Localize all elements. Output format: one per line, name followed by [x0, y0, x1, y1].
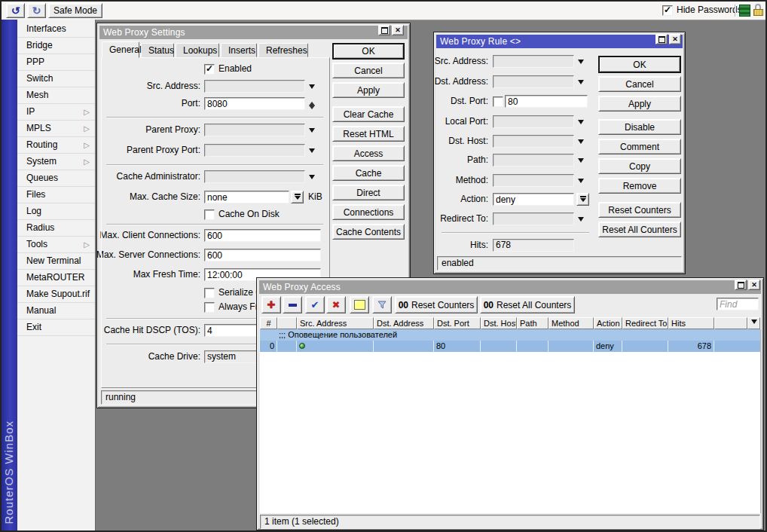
- rule-reset-counters-button[interactable]: Reset Counters: [598, 202, 681, 218]
- sidebar-item-exit[interactable]: Exit: [17, 320, 95, 336]
- access-close-button[interactable]: [748, 280, 760, 290]
- rule-dst-address-field[interactable]: [493, 75, 574, 88]
- add-rule-button[interactable]: [261, 296, 281, 313]
- column-header-flags[interactable]: [277, 317, 297, 329]
- hide-passwords-checkbox[interactable]: [662, 5, 673, 16]
- rule-src-address-label: Src. Address:: [435, 55, 488, 68]
- sidebar-item-interfaces[interactable]: Interfaces: [17, 21, 95, 38]
- sidebar-item-routing[interactable]: Routing▷: [17, 137, 95, 154]
- reset-all-counters-button[interactable]: 00 Reset All Counters: [480, 296, 575, 313]
- rule-path-field[interactable]: [493, 154, 574, 167]
- sidebar-item-make-supout[interactable]: Make Supout.rif: [17, 286, 95, 303]
- apply-button[interactable]: Apply: [332, 82, 405, 98]
- rule-redirect-to-field[interactable]: [493, 212, 574, 225]
- tab-refreshes[interactable]: Refreshes: [258, 43, 308, 57]
- rule-close-button[interactable]: [669, 34, 681, 44]
- comment-button[interactable]: [350, 296, 369, 313]
- rule-remove-button[interactable]: Remove: [598, 178, 681, 194]
- rule-comment-button[interactable]: Comment: [598, 139, 681, 154]
- rule-apply-button[interactable]: Apply: [598, 96, 681, 112]
- column-options-button[interactable]: [747, 317, 760, 329]
- column-header-src-address[interactable]: Src. Address: [297, 317, 374, 329]
- rule-titlebar[interactable]: Web Proxy Rule <>: [436, 35, 683, 48]
- settings-close-button[interactable]: [392, 25, 404, 35]
- rule-reset-all-counters-button[interactable]: Reset All Counters: [598, 222, 681, 237]
- column-header-dst-port[interactable]: Dst. Port: [434, 317, 481, 329]
- rule-method-field[interactable]: [493, 174, 574, 187]
- column-header-dst-host[interactable]: Dst. Host: [481, 317, 517, 329]
- column-header-redirect-to[interactable]: Redirect To: [622, 317, 668, 329]
- settings-maximize-button[interactable]: [378, 25, 390, 35]
- reset-counters-button[interactable]: 00 Reset Counters: [395, 296, 478, 313]
- rule-src-address-field[interactable]: [493, 55, 574, 68]
- sidebar-item-mesh[interactable]: Mesh: [17, 87, 95, 104]
- rule-cancel-button[interactable]: Cancel: [598, 76, 681, 92]
- sidebar-item-tools[interactable]: Tools▷: [17, 237, 95, 253]
- ok-button[interactable]: OK: [332, 43, 405, 60]
- sidebar-item-queues[interactable]: Queues: [17, 170, 95, 187]
- rule-dst-address-dropdown-icon[interactable]: [578, 80, 584, 87]
- rule-redirect-to-dropdown-icon[interactable]: [578, 217, 584, 225]
- rule-action-dropdown-button[interactable]: [576, 193, 589, 206]
- column-header-method[interactable]: Method: [549, 317, 594, 329]
- tab-status[interactable]: Status: [141, 43, 174, 57]
- sidebar-item-bridge[interactable]: Bridge: [17, 38, 95, 54]
- rule-maximize-button[interactable]: [655, 34, 668, 44]
- rule-disable-button[interactable]: Disable: [598, 119, 681, 135]
- cache-button[interactable]: Cache: [332, 165, 405, 181]
- rule-method-dropdown-icon[interactable]: [578, 179, 584, 186]
- column-header-num[interactable]: #: [260, 317, 277, 329]
- comment-row[interactable]: ;;; Оповещение пользователей: [260, 329, 760, 341]
- cancel-button[interactable]: Cancel: [332, 63, 405, 78]
- column-header-dst-address[interactable]: Dst. Address: [374, 317, 434, 329]
- clear-cache-button[interactable]: Clear Cache: [332, 106, 405, 122]
- settings-titlebar[interactable]: Web Proxy Settings: [99, 26, 408, 39]
- reset-html-button[interactable]: Reset HTML: [332, 126, 405, 142]
- remove-rule-button[interactable]: [283, 296, 302, 313]
- sidebar-item-log[interactable]: Log: [17, 203, 95, 220]
- rule-local-port-label: Local Port:: [445, 115, 488, 128]
- undo-button[interactable]: [6, 3, 25, 18]
- rule-dst-port-checkbox[interactable]: [493, 96, 503, 107]
- rule-src-address-dropdown-icon[interactable]: [578, 60, 584, 67]
- rule-path-dropdown-icon[interactable]: [578, 158, 584, 166]
- rule-local-port-field[interactable]: [493, 115, 574, 128]
- access-maximize-button[interactable]: [735, 280, 747, 290]
- sidebar-item-mpls[interactable]: MPLS▷: [17, 121, 95, 137]
- connections-button[interactable]: Connections: [332, 204, 405, 220]
- sidebar-item-switch[interactable]: Switch: [17, 71, 95, 87]
- sidebar-item-manual[interactable]: Manual: [17, 303, 95, 320]
- sidebar-item-files[interactable]: Files: [17, 187, 95, 203]
- column-header-action[interactable]: Action: [594, 317, 622, 329]
- tab-general[interactable]: General: [102, 41, 139, 58]
- access-titlebar[interactable]: Web Proxy Access: [259, 280, 761, 294]
- rule-ok-button[interactable]: OK: [598, 56, 681, 73]
- sidebar-item-new-terminal[interactable]: New Terminal: [17, 253, 95, 270]
- rule-dst-port-input[interactable]: [505, 95, 588, 108]
- direct-button[interactable]: Direct: [332, 185, 405, 200]
- column-header-path[interactable]: Path: [517, 317, 549, 329]
- safe-mode-button[interactable]: Safe Mode: [48, 3, 102, 18]
- table-row[interactable]: 0 80 deny 678: [260, 341, 760, 352]
- rule-dst-host-field[interactable]: [493, 135, 574, 148]
- sidebar-item-ppp[interactable]: PPP: [17, 54, 95, 71]
- filter-button[interactable]: [372, 296, 392, 313]
- rule-action-input[interactable]: [493, 193, 574, 206]
- disable-rule-button[interactable]: [326, 296, 346, 313]
- cache-contents-button[interactable]: Cache Contents: [332, 224, 405, 240]
- sidebar-item-radius[interactable]: Radius: [17, 220, 95, 237]
- rule-copy-button[interactable]: Copy: [598, 158, 681, 174]
- sidebar-item-ip[interactable]: IP▷: [17, 104, 95, 121]
- rule-dst-host-dropdown-icon[interactable]: [578, 139, 584, 147]
- tab-inserts[interactable]: Inserts: [221, 43, 257, 57]
- access-button[interactable]: Access: [332, 145, 405, 161]
- sidebar-item-label: Radius: [26, 222, 54, 233]
- tab-lookups[interactable]: Lookups: [176, 43, 219, 57]
- find-input[interactable]: [717, 298, 759, 310]
- rule-local-port-dropdown-icon[interactable]: [578, 120, 584, 127]
- enable-rule-button[interactable]: [305, 296, 325, 313]
- sidebar-item-metarouter[interactable]: MetaROUTER: [17, 270, 95, 286]
- redo-button[interactable]: [27, 3, 46, 18]
- sidebar-item-system[interactable]: System▷: [17, 154, 95, 170]
- column-header-hits[interactable]: Hits: [668, 317, 714, 329]
